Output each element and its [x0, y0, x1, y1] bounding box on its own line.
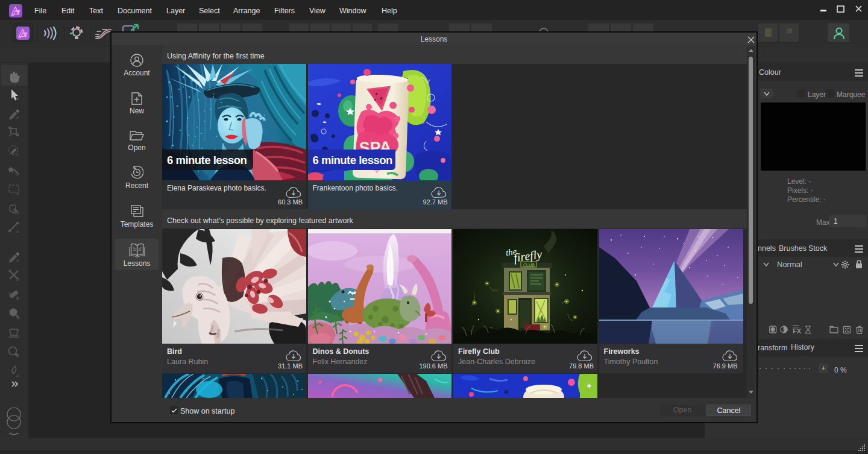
svg-text:FX: FX: [793, 327, 802, 335]
svg-text:CLUB: CLUB: [523, 263, 535, 267]
